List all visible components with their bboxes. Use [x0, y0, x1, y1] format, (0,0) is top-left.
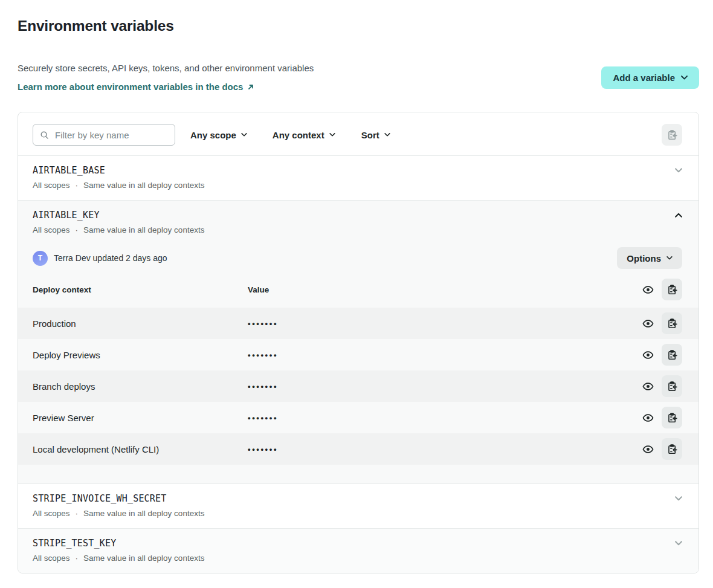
reveal-value-button[interactable]	[641, 412, 654, 424]
reveal-all-values-button[interactable]	[641, 284, 654, 296]
environment-variables-page: Environment variables Securely store sec…	[0, 17, 713, 573]
masked-value-cell: •••••••	[248, 413, 641, 422]
copy-value-button[interactable]	[662, 312, 682, 334]
deploy-context-column-header: Deploy context	[33, 285, 248, 294]
search-box	[33, 124, 175, 146]
reveal-value-button[interactable]	[641, 444, 654, 455]
environment-variables-card: Any scope Any context Sort	[18, 112, 699, 573]
variable-meta: All scopes · Same value in all deploy co…	[33, 509, 682, 518]
variable-contexts: Same value in all deploy contexts	[83, 181, 204, 190]
masked-value-cell: •••••••	[248, 319, 641, 328]
variable-name: AIRTABLE_BASE	[33, 165, 105, 176]
intro-text: Securely store secrets, API keys, tokens…	[18, 62, 314, 92]
deploy-context-cell: Production	[33, 318, 248, 329]
dot-separator: ·	[76, 509, 79, 518]
variable-row-airtable-key: AIRTABLE_KEY All scopes · Same value in …	[18, 200, 698, 483]
scope-filter-label: Any scope	[190, 130, 236, 140]
variable-scopes: All scopes	[33, 554, 70, 563]
clipboard-arrow-icon	[667, 285, 677, 295]
chevron-down-icon[interactable]	[675, 541, 682, 546]
eye-icon	[642, 444, 654, 455]
add-variable-label: Add a variable	[613, 73, 675, 83]
table-row: Branch deploys •••••••	[18, 370, 698, 402]
copy-values-button[interactable]	[662, 124, 682, 146]
dot-separator: ·	[76, 181, 79, 190]
variable-scopes: All scopes	[33, 225, 70, 234]
clipboard-arrow-icon	[667, 350, 677, 360]
sort-dropdown[interactable]: Sort	[361, 130, 390, 140]
chevron-down-icon	[329, 133, 335, 137]
external-link-icon	[247, 83, 254, 91]
chevron-down-icon[interactable]	[675, 496, 682, 501]
deploy-context-cell: Branch deploys	[33, 381, 248, 392]
variable-row-airtable-base[interactable]: AIRTABLE_BASE All scopes · Same value in…	[18, 155, 698, 200]
variable-row-stripe-test-key[interactable]: STRIPE_TEST_KEY All scopes · Same value …	[18, 528, 698, 573]
eye-icon	[642, 412, 654, 424]
variable-row-stripe-invoice-wh-secret[interactable]: STRIPE_INVOICE_WH_SECRET All scopes · Sa…	[18, 483, 698, 528]
reveal-value-button[interactable]	[641, 381, 654, 392]
eye-icon	[642, 284, 654, 296]
docs-link[interactable]: Learn more about environment variables i…	[18, 82, 254, 92]
table-row: Preview Server •••••••	[18, 402, 698, 433]
variable-contexts: Same value in all deploy contexts	[83, 509, 204, 518]
masked-value-cell: •••••••	[248, 351, 641, 360]
chevron-down-icon[interactable]	[675, 168, 682, 173]
masked-value-cell: •••••••	[248, 445, 641, 454]
copy-value-button[interactable]	[662, 375, 682, 397]
chevron-up-icon[interactable]	[675, 213, 682, 218]
clipboard-arrow-icon	[667, 381, 677, 392]
copy-all-values-button[interactable]	[662, 279, 682, 300]
variable-header: STRIPE_TEST_KEY	[33, 538, 682, 549]
dot-separator: ·	[76, 554, 79, 563]
table-row: Deploy Previews •••••••	[18, 339, 698, 370]
chevron-down-icon	[241, 133, 247, 137]
scope-filter-dropdown[interactable]: Any scope	[190, 130, 247, 140]
chevron-down-icon	[384, 133, 390, 137]
table-row: Local development (Netlify CLI) •••••••	[18, 433, 698, 465]
reveal-value-button[interactable]	[641, 318, 654, 329]
sort-label: Sort	[361, 130, 379, 140]
deploy-context-cell: Preview Server	[33, 413, 248, 423]
variable-meta: All scopes · Same value in all deploy co…	[33, 225, 682, 234]
chevron-down-icon	[681, 76, 688, 80]
clipboard-arrow-icon	[667, 318, 677, 329]
updated-by-row: T Terra Dev updated 2 days ago Options	[18, 247, 698, 269]
variable-header: STRIPE_INVOICE_WH_SECRET	[33, 493, 682, 504]
variable-name: STRIPE_TEST_KEY	[33, 538, 116, 549]
updated-by: T Terra Dev updated 2 days ago	[33, 251, 167, 266]
intro-row: Securely store secrets, API keys, tokens…	[18, 62, 699, 92]
updated-text: Terra Dev updated 2 days ago	[54, 253, 167, 263]
values-table: Production •••••••	[18, 308, 698, 465]
eye-icon	[642, 381, 654, 392]
variable-header[interactable]: AIRTABLE_KEY All scopes · Same value in …	[18, 201, 698, 234]
value-column-header: Value	[248, 285, 641, 294]
filter-bar: Any scope Any context Sort	[18, 112, 698, 155]
dot-separator: ·	[76, 225, 79, 234]
context-filter-dropdown[interactable]: Any context	[273, 130, 335, 140]
deploy-context-cell: Local development (Netlify CLI)	[33, 444, 248, 454]
copy-value-button[interactable]	[662, 407, 682, 428]
context-filter-label: Any context	[273, 130, 324, 140]
filter-key-input[interactable]	[54, 129, 168, 141]
add-variable-button[interactable]: Add a variable	[601, 66, 699, 89]
docs-link-label: Learn more about environment variables i…	[18, 82, 243, 92]
options-label: Options	[627, 253, 661, 263]
eye-icon	[642, 318, 654, 329]
variable-scopes: All scopes	[33, 509, 70, 518]
expanded-section-footer	[18, 465, 698, 483]
variable-header: AIRTABLE_BASE	[33, 165, 682, 176]
copy-value-button[interactable]	[662, 438, 682, 460]
masked-value-cell: •••••••	[248, 382, 641, 391]
reveal-value-button[interactable]	[641, 349, 654, 361]
deploy-context-cell: Deploy Previews	[33, 350, 248, 360]
variable-scopes: All scopes	[33, 181, 70, 190]
chevron-down-icon	[666, 256, 673, 260]
values-table-header: Deploy context Value	[18, 279, 698, 300]
copy-value-button[interactable]	[662, 344, 682, 366]
variable-name: AIRTABLE_KEY	[33, 210, 100, 221]
variable-contexts: Same value in all deploy contexts	[83, 554, 204, 563]
options-button[interactable]: Options	[617, 247, 682, 269]
page-title: Environment variables	[18, 17, 699, 35]
clipboard-arrow-icon	[667, 413, 677, 423]
clipboard-arrow-icon	[667, 444, 677, 454]
